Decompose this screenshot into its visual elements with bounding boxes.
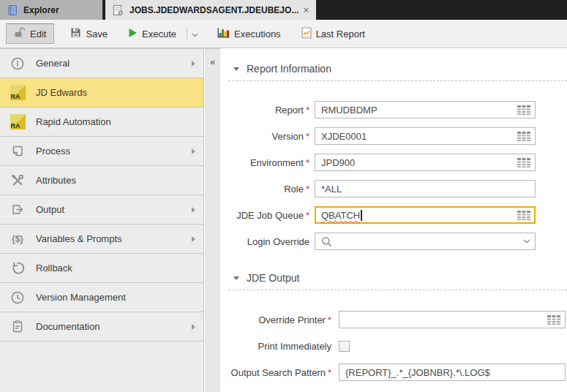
sidebar: General RA JD Edwards RA Rapid Automatio… <box>0 48 204 392</box>
section-divider <box>228 290 567 290</box>
section-header-report-information[interactable]: Report Information <box>233 63 567 75</box>
main-panel: Report Information Report* RMUDBDMP Vers… <box>220 48 567 392</box>
field-row-print-immediately: Print Immediately <box>220 333 567 359</box>
job-document-gear-icon <box>113 4 124 16</box>
edit-button-label: Edit <box>30 29 46 39</box>
lookup-grid-icon[interactable] <box>517 132 530 141</box>
field-row-role: Role* *ALL <box>220 176 567 202</box>
lookup-grid-icon[interactable] <box>517 158 530 167</box>
report-information-form: Report* RMUDBDMP Version* XJDE0001 <box>220 97 567 255</box>
chevron-right-icon <box>192 148 195 154</box>
environment-field-label: Environment <box>250 157 304 168</box>
report-input[interactable]: RMUDBDMP <box>315 101 536 118</box>
lookup-grid-icon[interactable] <box>547 315 560 325</box>
close-icon[interactable]: × <box>303 5 309 15</box>
sidebar-item-label: Rapid Automation <box>36 116 111 127</box>
explorer-book-icon <box>7 4 18 16</box>
edit-button[interactable]: Edit <box>6 23 54 44</box>
lookup-grid-icon[interactable] <box>517 105 530 115</box>
field-row-override-printer: Override Printer* <box>220 306 567 333</box>
chevron-down-icon[interactable] <box>523 239 530 244</box>
last-report-button[interactable]: Last Report <box>297 24 369 44</box>
sidebar-item-label: Variables & Prompts <box>36 233 122 244</box>
sidebar-item-variables-prompts[interactable]: {$} Variables & Prompts <box>0 225 203 254</box>
sidebar-item-jd-edwards[interactable]: RA JD Edwards <box>0 78 203 108</box>
required-marker: * <box>328 367 331 378</box>
field-row-version: Version* XJDE0001 <box>220 123 567 149</box>
execute-dropdown-button[interactable] <box>187 24 203 43</box>
executions-button-label: Executions <box>234 29 281 39</box>
version-field-label: Version <box>272 131 304 142</box>
output-search-pattern-input-value: {REPORT}_.*_{JOBNBR}.*\.LOG$ <box>345 367 490 378</box>
sidebar-item-rapid-automation[interactable]: RA Rapid Automation <box>0 108 203 137</box>
section-title: JDE Output <box>247 272 299 284</box>
output-search-pattern-input[interactable]: {REPORT}_.*_{JOBNBR}.*\.LOG$ <box>339 363 566 381</box>
report-input-value: RMUDBDMP <box>321 105 378 116</box>
sidebar-item-label: Attributes <box>36 175 76 186</box>
required-marker: * <box>306 184 309 195</box>
tab-job-label: JOBS.JDEDWARDSAGENT.JDEUBEJO... <box>129 5 298 15</box>
jde-output-form: Override Printer* Print Immediately Outp… <box>220 306 567 385</box>
tab-explorer[interactable]: Explorer <box>0 0 102 20</box>
executions-button[interactable]: Executions <box>213 24 285 43</box>
sidebar-item-label: Documentation <box>36 321 99 332</box>
role-input[interactable]: *ALL <box>315 180 536 197</box>
field-row-report: Report* RMUDBDMP <box>220 97 567 123</box>
search-icon <box>321 236 332 247</box>
field-row-jde-job-queue: JDE Job Queue* QBATCH <box>220 202 567 228</box>
sidebar-item-label: Output <box>36 204 64 215</box>
chevron-right-icon <box>192 207 195 213</box>
chevron-down-icon <box>192 27 198 40</box>
sidebar-item-label: General <box>36 58 70 69</box>
sidebar-item-process[interactable]: Process <box>0 137 203 166</box>
field-row-login-override: Login Override <box>220 228 567 255</box>
required-marker: * <box>328 314 331 325</box>
output-search-pattern-field-label: Output Search Pattern <box>231 367 326 378</box>
override-printer-input[interactable] <box>339 311 566 328</box>
jde-job-queue-input[interactable]: QBATCH <box>315 206 536 224</box>
save-button[interactable]: Save <box>66 24 112 43</box>
sidebar-item-documentation[interactable]: Documentation <box>0 312 203 342</box>
required-marker: * <box>306 105 309 116</box>
lookup-grid-icon[interactable] <box>517 211 530 220</box>
process-page-icon <box>9 143 26 159</box>
role-field-label: Role <box>284 184 304 195</box>
text-cursor <box>361 210 362 221</box>
info-icon <box>9 56 26 72</box>
save-button-label: Save <box>86 29 108 39</box>
undo-icon <box>9 260 26 276</box>
report-document-icon <box>301 27 312 41</box>
sidebar-item-rollback[interactable]: Rollback <box>0 254 203 283</box>
section-collapse-icon <box>233 67 239 71</box>
sidebar-item-general[interactable]: General <box>0 49 203 78</box>
tools-icon <box>9 173 26 189</box>
section-header-jde-output[interactable]: JDE Output <box>233 272 567 284</box>
play-icon <box>128 28 138 40</box>
sidebar-item-output[interactable]: Output <box>0 195 203 225</box>
required-marker: * <box>306 157 309 168</box>
environment-input[interactable]: JPD900 <box>315 154 536 171</box>
clipboard-icon <box>9 319 26 335</box>
environment-input-value: JPD900 <box>321 157 355 168</box>
section-divider <box>228 80 567 81</box>
sidebar-item-attributes[interactable]: Attributes <box>0 166 203 195</box>
sidebar-item-label: Process <box>36 146 70 157</box>
tab-explorer-label: Explorer <box>23 5 59 15</box>
version-input[interactable]: XJDE0001 <box>315 127 536 145</box>
sidebar-item-version-management[interactable]: Version Management <box>0 283 203 312</box>
tab-strip: Explorer JOBS.JDEDWARDSAGENT.JDEUBEJO...… <box>0 0 567 20</box>
section-collapse-icon <box>233 276 239 280</box>
role-input-value: *ALL <box>321 184 342 195</box>
export-icon <box>9 202 26 218</box>
chevron-right-icon <box>192 61 195 67</box>
login-override-combobox[interactable] <box>315 233 536 250</box>
jde-job-queue-field-label: JDE Job Queue <box>236 210 304 221</box>
collapse-sidebar-button[interactable]: « <box>205 56 220 67</box>
execute-button[interactable]: Execute <box>124 25 181 43</box>
tab-job-definition[interactable]: JOBS.JDEDWARDSAGENT.JDEUBEJO... × <box>105 0 316 20</box>
sidebar-item-label: Rollback <box>36 263 72 274</box>
chevron-right-icon <box>192 236 195 242</box>
variables-icon: {$} <box>9 234 26 244</box>
clock-icon <box>9 290 26 306</box>
print-immediately-checkbox[interactable] <box>339 341 350 352</box>
